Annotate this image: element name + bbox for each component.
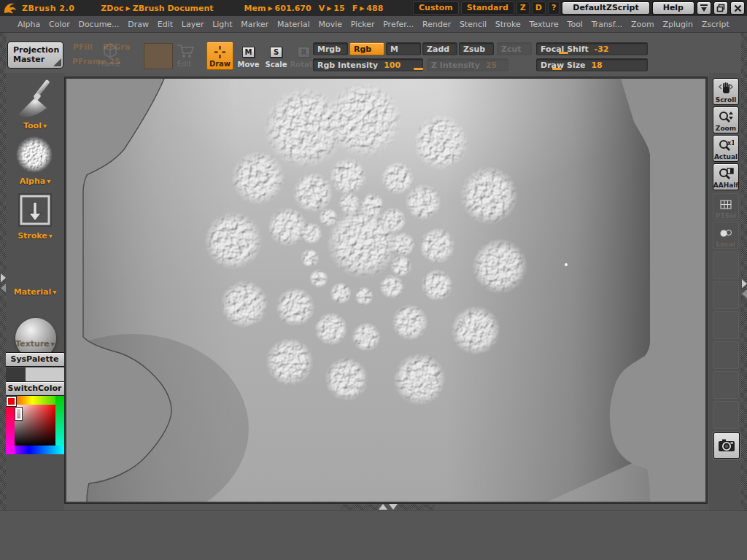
menu-render[interactable]: Render xyxy=(422,20,451,29)
menu-stencil[interactable]: Stencil xyxy=(460,20,487,29)
scroll-button[interactable]: Scroll xyxy=(713,78,739,105)
syspalette-button[interactable]: SysPalette xyxy=(4,352,66,367)
empty-slot xyxy=(713,401,739,429)
scale-mode-button[interactable]: S Scale xyxy=(263,42,290,70)
rgb-intensity-slider[interactable]: Rgb Intensity 100 xyxy=(313,58,423,71)
restore-button[interactable] xyxy=(713,1,728,15)
menu-movie[interactable]: Movie xyxy=(318,20,342,29)
material-flyout-label[interactable]: Material xyxy=(6,287,64,297)
draw-mode-button[interactable]: Draw xyxy=(206,42,233,70)
doc-name: ZBrush Document xyxy=(133,4,214,13)
zoom-button[interactable]: Zoom xyxy=(713,106,739,133)
menu-edit[interactable]: Edit xyxy=(158,20,173,29)
custom-ui-button[interactable]: Custom xyxy=(413,1,459,15)
right-tray-divider[interactable] xyxy=(741,33,747,560)
menu-picker[interactable]: Picker xyxy=(351,20,375,29)
sv-selector[interactable] xyxy=(15,408,22,420)
tray-toggle-arrows[interactable] xyxy=(379,504,398,510)
aahalf-button[interactable]: AAHalf xyxy=(713,163,739,190)
edit-label-disabled: Edit xyxy=(177,60,191,68)
move-mode-button[interactable]: M Move xyxy=(235,42,262,70)
menu-material[interactable]: Material xyxy=(277,20,310,29)
stroke-thumbnail[interactable] xyxy=(18,192,53,228)
secondary-color-swatch[interactable] xyxy=(4,368,26,382)
tool-label-text: Tool xyxy=(23,121,42,131)
menu-marker[interactable]: Marker xyxy=(241,20,268,29)
menu-zscript[interactable]: Zscript xyxy=(702,20,729,29)
menu-texture[interactable]: Texture xyxy=(530,20,559,29)
texture-label-text: Texture xyxy=(15,338,50,348)
alpha-flyout-label[interactable]: Alpha xyxy=(6,176,64,186)
empty-slot xyxy=(713,371,739,399)
draw-crosshair-icon xyxy=(214,46,225,58)
chevron-down-icon xyxy=(50,338,55,348)
alpha-thumbnail[interactable] xyxy=(13,136,55,175)
texture-swatch-disabled xyxy=(144,43,173,69)
hue-selector[interactable] xyxy=(7,397,16,406)
zoom-label: Zoom xyxy=(716,125,736,132)
menu-prefer[interactable]: Prefer... xyxy=(383,20,414,29)
tray-resize-handle[interactable] xyxy=(398,505,435,510)
empty-slot xyxy=(713,341,739,369)
left-tray-divider[interactable] xyxy=(0,33,6,560)
sculpt-blob xyxy=(326,82,402,158)
zadd-button[interactable]: Zadd xyxy=(422,42,457,55)
slider-marker[interactable] xyxy=(552,68,562,70)
sculpt-blob xyxy=(451,306,500,355)
menu-color[interactable]: Color xyxy=(49,20,70,29)
scroll-hand-icon xyxy=(718,82,734,96)
chevron-down-icon xyxy=(47,231,53,241)
color-picker[interactable] xyxy=(6,396,64,454)
actual-button[interactable]: x1 Actual xyxy=(713,135,739,162)
menu-draw[interactable]: Draw xyxy=(128,20,149,29)
z-button[interactable]: Z xyxy=(516,1,530,15)
scroll-label: Scroll xyxy=(716,96,737,104)
close-button[interactable] xyxy=(730,1,745,15)
slider-marker[interactable] xyxy=(414,68,423,70)
zsub-button[interactable]: Zsub xyxy=(459,42,494,55)
draw-size-slider[interactable]: Draw Size 18 xyxy=(536,58,648,71)
help-button[interactable]: Help xyxy=(652,1,694,15)
menu-stroke[interactable]: Stroke xyxy=(495,20,521,29)
menu-light[interactable]: Light xyxy=(212,20,232,29)
minimize-button[interactable] xyxy=(697,1,711,15)
empty-slot-stack xyxy=(709,252,739,431)
menu-transf[interactable]: Transf... xyxy=(592,20,623,29)
menu-tool[interactable]: Tool xyxy=(568,20,583,29)
menu-alpha[interactable]: Alpha xyxy=(18,20,40,29)
mem-label: Mem xyxy=(244,4,266,13)
switchcolor-button[interactable]: SwitchColor xyxy=(4,381,66,396)
default-zscript-button[interactable]: DefaultZScript xyxy=(562,1,649,15)
menu-docume[interactable]: Docume... xyxy=(78,20,119,29)
sculpt-blob xyxy=(352,322,381,351)
sculpt-blob xyxy=(405,184,441,220)
d-button[interactable]: D xyxy=(532,1,546,15)
tray-resize-handle[interactable] xyxy=(341,505,379,510)
sculpt-blob xyxy=(421,269,453,301)
document-canvas[interactable] xyxy=(66,79,705,502)
ptsel-button-disabled: PTSel xyxy=(713,193,739,220)
f-label: F xyxy=(352,4,358,13)
menu-zplugin[interactable]: Zplugin xyxy=(662,20,693,29)
stroke-flyout-label[interactable]: Stroke xyxy=(6,231,64,241)
menu-zoom[interactable]: Zoom xyxy=(631,20,654,29)
tool-flyout-label[interactable]: Tool xyxy=(6,121,64,131)
sculpt-blob xyxy=(268,207,307,246)
slider-marker[interactable] xyxy=(559,52,568,54)
focal-shift-slider[interactable]: Focal Shift -32 xyxy=(536,42,648,55)
quick-help-button[interactable]: ? xyxy=(548,1,560,15)
menu-layer[interactable]: Layer xyxy=(182,20,204,29)
projection-master-button[interactable]: Projection Master xyxy=(7,42,63,69)
camera-button[interactable] xyxy=(713,432,740,459)
tool-brush-icon[interactable] xyxy=(12,77,57,121)
hue-gradient-bottom[interactable] xyxy=(6,446,64,454)
standard-ui-button[interactable]: Standard xyxy=(461,1,514,15)
sculpt-blob xyxy=(309,269,328,288)
rgb-button[interactable]: Rgb xyxy=(349,42,384,55)
zcut-button-disabled: Zcut xyxy=(497,42,532,55)
mrgb-button[interactable]: Mrgb xyxy=(313,42,348,55)
draw-label: Draw xyxy=(209,60,231,68)
main-color-swatch[interactable] xyxy=(26,368,64,382)
m-button[interactable]: M xyxy=(386,42,421,55)
sculpt-blob xyxy=(379,274,404,299)
